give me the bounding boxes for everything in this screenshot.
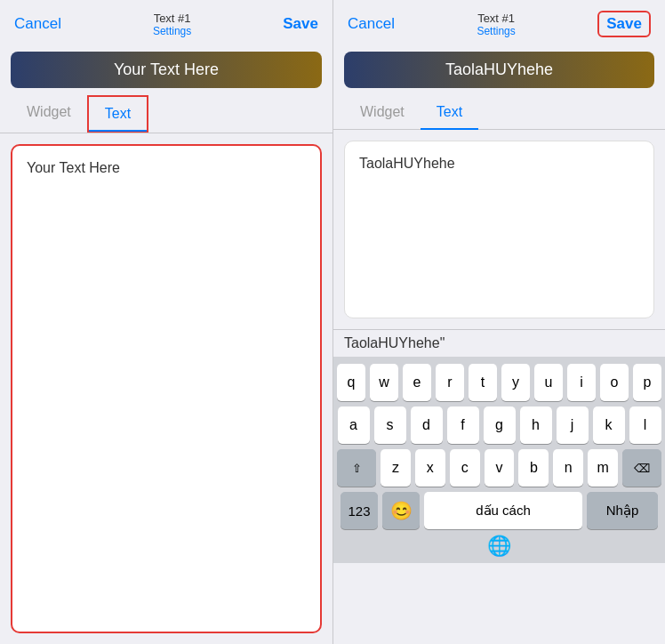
left-preview-widget: Your Text Here — [11, 52, 322, 88]
key-a[interactable]: a — [338, 407, 370, 444]
right-nav-bar: Cancel Text #1 Settings Save — [333, 0, 665, 44]
key-m[interactable]: m — [588, 449, 618, 487]
keyboard-row-4: 123 😊 dấu cách Nhập — [337, 492, 661, 529]
keyboard-row-2: a s d f g h j k l — [337, 407, 661, 444]
key-e[interactable]: e — [403, 364, 431, 401]
right-panel: Cancel Text #1 Settings Save TaolaHUYheh… — [332, 0, 665, 644]
key-b[interactable]: b — [518, 449, 549, 487]
left-text-content[interactable]: Your Text Here — [11, 144, 322, 633]
key-u[interactable]: u — [534, 364, 563, 401]
key-i[interactable]: i — [567, 364, 596, 401]
key-z[interactable]: z — [381, 449, 411, 487]
key-w[interactable]: w — [370, 364, 398, 401]
left-nav-bar: Cancel Text #1 Settings Save — [0, 0, 332, 44]
key-n[interactable]: n — [553, 449, 583, 487]
keyboard-row-1: q w e r t y u i o p — [337, 364, 661, 401]
key-o[interactable]: o — [600, 364, 629, 401]
key-v[interactable]: v — [485, 449, 515, 487]
key-r[interactable]: r — [436, 364, 464, 401]
key-f[interactable]: f — [447, 407, 479, 444]
right-cancel-button[interactable]: Cancel — [348, 15, 395, 33]
key-t[interactable]: t — [469, 364, 497, 401]
key-123[interactable]: 123 — [341, 492, 378, 529]
key-return[interactable]: Nhập — [587, 492, 658, 529]
right-nav-center: Text #1 Settings — [477, 12, 515, 37]
left-tab-bar: Widget Text — [0, 95, 332, 133]
right-tab-widget[interactable]: Widget — [344, 95, 421, 129]
key-p[interactable]: p — [633, 364, 661, 401]
left-save-button[interactable]: Save — [283, 15, 318, 33]
keyboard-globe-row: 🌐 — [337, 529, 661, 559]
left-preview-bar: Your Text Here — [0, 44, 332, 95]
key-emoji[interactable]: 😊 — [382, 492, 420, 529]
key-k[interactable]: k — [593, 407, 625, 444]
left-nav-title: Text #1 — [153, 12, 191, 25]
key-y[interactable]: y — [501, 364, 530, 401]
key-x[interactable]: x — [415, 449, 445, 487]
right-save-button[interactable]: Save — [597, 11, 651, 37]
key-l[interactable]: l — [629, 407, 661, 444]
keyboard: q w e r t y u i o p a s d f g h j k — [333, 357, 665, 563]
left-nav-center: Text #1 Settings — [153, 12, 191, 37]
key-q[interactable]: q — [337, 364, 365, 401]
key-g[interactable]: g — [484, 407, 516, 444]
key-s[interactable]: s — [374, 407, 406, 444]
backspace-key[interactable]: ⌫ — [622, 449, 661, 487]
keyboard-row-3: ⇧ z x c v b n m ⌫ — [337, 449, 661, 487]
right-text-content[interactable]: TaolaHUYhehe — [344, 141, 654, 318]
left-tab-widget[interactable]: Widget — [11, 95, 87, 133]
right-preview-bar: TaolaHUYhehe — [333, 44, 665, 95]
left-cancel-button[interactable]: Cancel — [14, 15, 61, 33]
right-nav-subtitle[interactable]: Settings — [477, 25, 515, 37]
right-tab-text[interactable]: Text — [421, 95, 478, 129]
shift-key[interactable]: ⇧ — [337, 449, 376, 487]
key-c[interactable]: c — [450, 449, 480, 487]
globe-icon[interactable]: 🌐 — [487, 535, 511, 558]
right-nav-title: Text #1 — [477, 12, 515, 25]
left-tab-text[interactable]: Text — [87, 95, 148, 133]
left-panel: Cancel Text #1 Settings Save Your Text H… — [0, 0, 332, 644]
key-h[interactable]: h — [520, 407, 552, 444]
key-j[interactable]: j — [557, 407, 589, 444]
left-nav-subtitle[interactable]: Settings — [153, 25, 191, 37]
key-space[interactable]: dấu cách — [424, 492, 582, 529]
right-preview-widget: TaolaHUYhehe — [344, 52, 654, 88]
key-d[interactable]: d — [411, 407, 443, 444]
right-tab-bar: Widget Text — [333, 95, 665, 130]
keyboard-input-bar: TaolaHUYhehe" — [333, 329, 665, 357]
